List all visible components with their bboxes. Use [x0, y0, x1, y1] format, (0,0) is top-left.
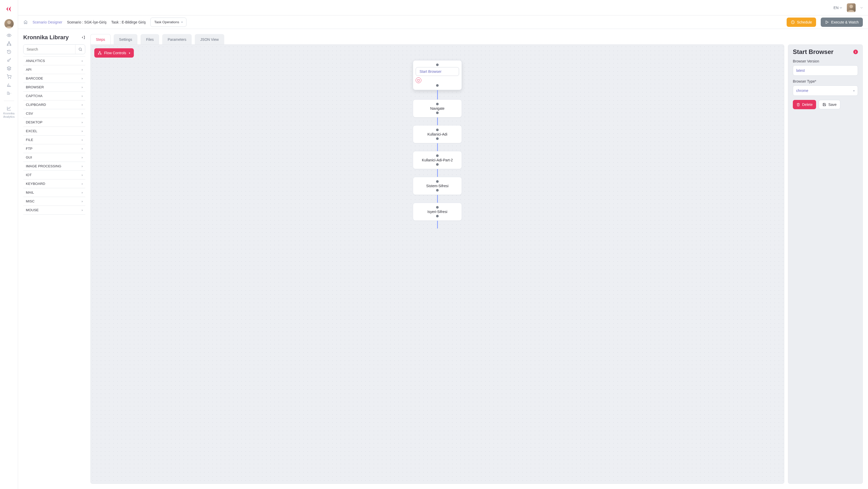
chevron-right-icon: › — [82, 112, 83, 116]
layers-icon[interactable] — [7, 66, 11, 71]
node-port-bottom[interactable] — [436, 189, 439, 192]
category-item[interactable]: GUI› — [23, 153, 85, 162]
flow-controls-dropdown[interactable]: Flow Controls ▾ — [94, 48, 134, 58]
flow-node[interactable]: Sistem-Sifresi — [413, 177, 462, 195]
building-icon[interactable]: › — [7, 91, 11, 96]
category-item[interactable]: CSV› — [23, 109, 85, 118]
chevron-right-icon: › — [82, 147, 83, 151]
tab-settings[interactable]: Settings — [114, 34, 138, 44]
svg-rect-21 — [99, 52, 100, 52]
barchart-icon[interactable] — [7, 83, 11, 87]
category-item[interactable]: API› — [23, 65, 85, 74]
flow-node[interactable]: Kullanici-Adi-Part-2 — [413, 151, 462, 169]
chevron-right-icon: › — [82, 68, 83, 71]
language-select[interactable]: EN — [834, 6, 842, 10]
browser-type-select[interactable]: chrome ▾ — [793, 86, 858, 96]
category-item[interactable]: IMAGE PROCESSING› — [23, 162, 85, 171]
avatar[interactable] — [4, 19, 14, 28]
flow-node[interactable]: Kullanici-Adi — [413, 125, 462, 143]
node-delete-icon[interactable] — [416, 77, 421, 83]
home-icon[interactable] — [23, 20, 28, 25]
node-port-top[interactable] — [436, 206, 439, 208]
flow-link — [437, 90, 438, 99]
svg-rect-22 — [98, 54, 99, 55]
info-icon[interactable]: i — [853, 50, 858, 54]
user-menu-caret[interactable] — [860, 6, 863, 9]
node-label: Sistem-Sifresi — [426, 184, 448, 188]
tab-parameters[interactable]: Parameters — [162, 34, 192, 44]
node-port-top[interactable] — [436, 103, 439, 105]
flow-node[interactable]: Isyeri-Sifresi — [413, 203, 462, 221]
category-item[interactable]: FTP› — [23, 144, 85, 153]
execute-watch-button[interactable]: Execute & Watch — [821, 18, 863, 27]
category-item[interactable]: MOUSE› — [23, 206, 85, 215]
sitemap-icon[interactable] — [7, 41, 11, 46]
category-item[interactable]: BROWSER› — [23, 83, 85, 92]
chevron-right-icon: › — [82, 191, 83, 194]
node-port-bottom[interactable] — [436, 215, 439, 218]
task-operations-dropdown[interactable]: Task Operations ▾ — [150, 18, 186, 27]
node-port-bottom[interactable] — [436, 137, 439, 140]
category-item[interactable]: EXCEL› — [23, 127, 85, 135]
node-port-top[interactable] — [436, 154, 439, 157]
clock-icon — [791, 20, 795, 24]
workspace-tabs: StepsSettingsFilesParametersJSON View — [90, 34, 863, 44]
crumb-scenario: Scenario : SGK-İşe-Giriş — [67, 20, 106, 24]
category-item[interactable]: ANALYTICS› — [23, 57, 85, 65]
category-item[interactable]: FILE› — [23, 135, 85, 144]
eye-icon[interactable] — [7, 33, 11, 38]
delete-button[interactable]: Delete — [793, 100, 816, 109]
svg-rect-14 — [7, 92, 9, 95]
cart-icon[interactable] — [7, 74, 11, 79]
chevron-right-icon: › — [82, 164, 83, 168]
flow-node[interactable]: Navigate — [413, 99, 462, 118]
user-avatar[interactable] — [847, 3, 856, 12]
category-item[interactable]: MAIL› — [23, 188, 85, 197]
flow-link — [437, 169, 438, 177]
browser-version-input[interactable]: latest — [793, 65, 858, 76]
tab-json-view[interactable]: JSON View — [195, 34, 224, 44]
node-port-top[interactable] — [436, 180, 439, 183]
chevron-right-icon: › — [82, 182, 83, 186]
category-item[interactable]: CAPTCHA› — [23, 92, 85, 100]
save-button[interactable]: Save — [819, 100, 840, 109]
category-item[interactable]: MISC› — [23, 197, 85, 206]
library-search — [23, 44, 85, 54]
schedule-button[interactable]: Schedule — [786, 18, 816, 27]
browser-type-label: Browser Type* — [793, 79, 858, 84]
chevron-down-icon: ▾ — [853, 89, 855, 92]
flow-node[interactable]: Start Browser — [413, 60, 462, 90]
node-port-bottom[interactable] — [436, 84, 439, 87]
workspace: StepsSettingsFilesParametersJSON View Fl… — [90, 34, 863, 484]
chevron-right-icon: › — [82, 129, 83, 133]
search-input[interactable] — [24, 45, 75, 54]
node-label: Kullanici-Adi-Part-2 — [422, 158, 453, 162]
svg-rect-16 — [847, 3, 856, 12]
category-item[interactable]: IOT› — [23, 171, 85, 180]
collapse-icon[interactable] — [81, 35, 85, 39]
tab-steps[interactable]: Steps — [90, 34, 111, 44]
node-port-top[interactable] — [436, 64, 439, 66]
crumb-designer[interactable]: Scenario Designer — [33, 20, 62, 24]
search-button[interactable] — [75, 45, 85, 54]
svg-rect-3 — [8, 42, 9, 43]
flow-link — [437, 195, 438, 203]
node-port-top[interactable] — [436, 129, 439, 131]
tab-files[interactable]: Files — [141, 34, 159, 44]
category-item[interactable]: CLIPBOARD› — [23, 100, 85, 109]
chevron-down-icon — [840, 6, 842, 9]
analytics-link[interactable]: Kronnika Analytics — [3, 106, 14, 119]
category-item[interactable]: BARCODE› — [23, 74, 85, 83]
history-icon[interactable] — [7, 50, 11, 54]
node-port-bottom[interactable] — [436, 163, 439, 166]
svg-marker-18 — [826, 21, 828, 24]
category-item[interactable]: DESKTOP› — [23, 118, 85, 127]
category-item[interactable]: KEYBOARD› — [23, 180, 85, 188]
topbar: EN — [18, 0, 868, 15]
chevron-right-icon: › — [82, 156, 83, 159]
breadcrumb: Scenario Designer Scenario : SGK-İşe-Gir… — [33, 20, 146, 24]
key-icon[interactable] — [7, 58, 11, 63]
node-port-bottom[interactable] — [436, 111, 439, 114]
canvas[interactable]: Flow Controls ▾ Start BrowserNavigateKul… — [90, 44, 784, 484]
logo[interactable] — [3, 3, 16, 15]
